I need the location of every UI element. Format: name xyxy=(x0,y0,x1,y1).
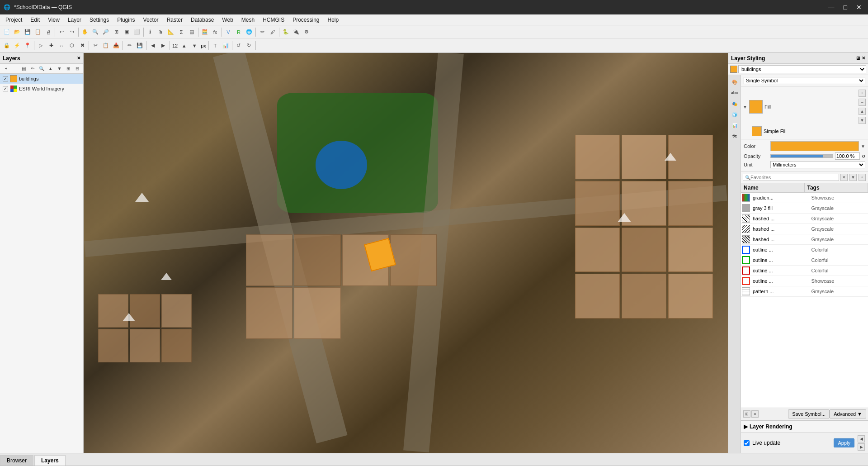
sym-expand-arrow[interactable]: ▼ xyxy=(743,105,747,109)
unit-dropdown[interactable]: Millimeters Pixels Points xyxy=(770,161,865,168)
menu-raster[interactable]: Raster xyxy=(163,16,186,24)
rp-mask-icon[interactable]: 🎭 xyxy=(730,99,740,109)
menu-view[interactable]: View xyxy=(44,16,63,24)
tb-undo[interactable]: ↩ xyxy=(57,27,66,37)
layer-item-buildings[interactable]: ✓ buildings xyxy=(0,74,83,84)
tb-zoom-out[interactable]: 🔎 xyxy=(101,27,111,37)
rp-paint-icon[interactable]: 🎨 xyxy=(730,77,740,87)
tb-diagram[interactable]: 📊 xyxy=(221,41,231,51)
maximize-button[interactable]: □ xyxy=(841,4,850,11)
rp-map-icon[interactable]: 🗺 xyxy=(730,131,740,141)
rp-dock-icon[interactable]: ⊞ xyxy=(856,56,860,61)
layer-check-esri[interactable]: ✓ xyxy=(3,86,8,91)
tb-zoom-sel[interactable]: ⬜ xyxy=(132,27,142,37)
menu-help[interactable]: Help xyxy=(324,16,343,24)
expand-all-btn[interactable]: ⊞ xyxy=(64,64,73,74)
rp-fwd-btn[interactable]: ▶ xyxy=(858,443,865,451)
layer-item-esri[interactable]: ✓ ESRI World Imagery xyxy=(0,84,83,94)
fav-menu-btn[interactable]: ▼ xyxy=(849,174,857,181)
rp-3d-icon[interactable]: 🧊 xyxy=(730,109,740,119)
tb-save-edit[interactable]: 💾 xyxy=(135,41,145,51)
open-attr-btn[interactable]: ▤ xyxy=(19,64,28,74)
panel-close-icon[interactable]: ✕ xyxy=(77,56,80,61)
tb-font-dn[interactable]: ▼ xyxy=(189,41,199,51)
tb-add-vector[interactable]: V xyxy=(223,27,233,37)
tb-snap-enable[interactable]: 🔒 xyxy=(2,41,12,51)
tb-zoom-in[interactable]: 🔍 xyxy=(90,27,100,37)
tb-add-wms[interactable]: 🌐 xyxy=(244,27,254,37)
sym-up-btn[interactable]: ▲ xyxy=(859,108,866,115)
menu-layer[interactable]: Layer xyxy=(64,16,85,24)
sym-item-hashed1[interactable]: hashed ... Grayscale xyxy=(741,214,868,224)
tb-python[interactable]: 🐍 xyxy=(281,27,291,37)
menu-processing[interactable]: Processing xyxy=(289,16,323,24)
tb-zoom-layer[interactable]: ▣ xyxy=(122,27,132,37)
rp-abc-icon[interactable]: abc xyxy=(730,88,740,98)
sym-item-hashed3[interactable]: hashed ... Grayscale xyxy=(741,234,868,245)
tb-advanced-dig[interactable]: 🖊 xyxy=(268,27,278,37)
color-picker-bar[interactable] xyxy=(770,141,859,151)
layer-dn-btn[interactable]: ▼ xyxy=(55,64,64,74)
menu-settings[interactable]: Settings xyxy=(86,16,113,24)
save-symbol-button[interactable]: Save Symbol... xyxy=(788,409,830,418)
menu-web[interactable]: Web xyxy=(218,16,236,24)
menu-database[interactable]: Database xyxy=(187,16,217,24)
sym-del-btn[interactable]: – xyxy=(859,99,866,106)
sym-item-outline-blue[interactable]: outline ... Colorful xyxy=(741,245,868,255)
sym-item-pattern[interactable]: pattern ... Grayscale xyxy=(741,286,868,297)
color-arrow-btn[interactable]: ▼ xyxy=(861,144,865,149)
tb-open[interactable]: 📂 xyxy=(12,27,22,37)
apply-button[interactable]: Apply xyxy=(834,438,854,447)
tb-save-as[interactable]: 📋 xyxy=(33,27,43,37)
menu-hcmgis[interactable]: HCMGIS xyxy=(259,16,288,24)
menu-edit[interactable]: Edit xyxy=(27,16,43,24)
tb-move-feat[interactable]: ↔ xyxy=(57,41,66,51)
fav-add-btn[interactable]: + xyxy=(859,174,866,181)
tb-font-up[interactable]: ▲ xyxy=(179,41,189,51)
rp-close-icon[interactable]: ✕ xyxy=(862,56,865,61)
fav-search-input[interactable] xyxy=(750,175,837,180)
fav-search-box[interactable]: 🔍 xyxy=(743,174,839,181)
sym-item-outline-green[interactable]: outline ... Colorful xyxy=(741,255,868,266)
tb-zoom-next[interactable]: ▶ xyxy=(158,41,168,51)
tb-plugin-mgr[interactable]: 🔌 xyxy=(291,27,301,37)
tb-snap-config[interactable]: ⚡ xyxy=(12,41,22,51)
tb-identify[interactable]: ℹ xyxy=(145,27,155,37)
tb-tracing[interactable]: 📍 xyxy=(23,41,33,51)
tb-add-feat[interactable]: ✚ xyxy=(46,41,56,51)
tb-label[interactable]: T xyxy=(210,41,220,51)
tb-statistics[interactable]: Σ xyxy=(176,27,186,37)
sym-item-gradient[interactable]: gradien... Showcase xyxy=(741,193,868,203)
tb-measure[interactable]: 📐 xyxy=(166,27,176,37)
tb-rotate-left[interactable]: ↺ xyxy=(234,41,244,51)
menu-project[interactable]: Project xyxy=(2,16,26,24)
menu-vector[interactable]: Vector xyxy=(140,16,162,24)
tb-field-calc[interactable]: fx xyxy=(210,27,220,37)
sym-dn-btn[interactable]: ▼ xyxy=(859,117,866,124)
advanced-button[interactable]: Advanced ▼ xyxy=(830,409,866,418)
map-area[interactable] xyxy=(84,53,728,453)
close-button[interactable]: ✕ xyxy=(854,4,864,11)
layer-check-buildings[interactable]: ✓ xyxy=(3,76,8,81)
layer-up-btn[interactable]: ▲ xyxy=(46,64,55,74)
toggle-editing-btn[interactable]: ✏ xyxy=(28,64,37,74)
sym-item-outline-showcase[interactable]: outline ... Showcase xyxy=(741,276,868,286)
collapse-all-btn[interactable]: ⊟ xyxy=(73,64,81,74)
menu-plugins[interactable]: Plugins xyxy=(113,16,138,24)
opacity-slider[interactable] xyxy=(770,154,833,158)
sym-item-gray[interactable]: gray 3 fill Grayscale xyxy=(741,203,868,214)
tb-cut[interactable]: ✂ xyxy=(90,41,100,51)
minimize-button[interactable]: — xyxy=(826,4,837,11)
rp-diagram-icon[interactable]: 📊 xyxy=(730,120,740,130)
tb-print[interactable]: 🖨 xyxy=(43,27,53,37)
tb-digitize[interactable]: ✏ xyxy=(257,27,267,37)
symbols-list[interactable]: Name Tags gradien... Showcase gray 3 fil… xyxy=(741,183,868,408)
menu-mesh[interactable]: Mesh xyxy=(238,16,258,24)
sym-item-hashed2[interactable]: hashed ... Grayscale xyxy=(741,224,868,234)
rp-symbol-type-dropdown[interactable]: Single Symbol xyxy=(744,77,865,84)
sym-grid-view-btn[interactable]: ⊞ xyxy=(743,410,750,418)
sym-add-btn[interactable]: + xyxy=(859,90,866,97)
tb-settings[interactable]: ⚙ xyxy=(302,27,311,37)
tb-redo[interactable]: ↪ xyxy=(67,27,77,37)
filter-layer-btn[interactable]: 🔍 xyxy=(38,64,46,74)
